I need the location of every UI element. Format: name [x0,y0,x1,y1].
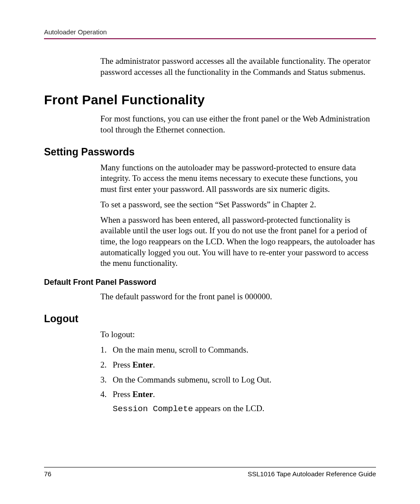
section3-p1: The default password for the front panel… [100,291,376,302]
step-2-key: Enter [133,360,153,369]
step-2: Press Enter. [100,359,376,371]
step-2-pre: Press [113,360,133,369]
running-header: Autoloader Operation [44,28,376,39]
logout-steps: On the main menu, scroll to Commands. Pr… [100,344,376,400]
step-4-pre: Press [113,390,133,399]
logout-result-tail: appears on the LCD. [193,404,264,413]
header-text: Autoloader Operation [44,28,107,36]
section2-p3: When a password has been entered, all pa… [100,215,376,269]
page-footer: 76 SSL1016 Tape Autoloader Reference Gui… [44,467,376,478]
section1-p1: For most functions, you can use either t… [100,114,376,135]
logout-result: Session Complete appears on the LCD. [113,404,376,414]
step-2-post: . [153,360,155,369]
section3-body: The default password for the front panel… [100,291,376,302]
intro-block: The administrator password accesses all … [100,56,376,77]
step-4-post: . [153,390,155,399]
section2-p1: Many functions on the autoloader may be … [100,162,376,195]
heading-logout: Logout [44,313,376,325]
step-4-key: Enter [133,390,153,399]
heading-default-front-panel-password: Default Front Panel Password [44,278,376,287]
intro-paragraph: The administrator password accesses all … [100,56,376,77]
heading-setting-passwords: Setting Passwords [44,146,376,158]
section4-intro: To logout: [100,329,376,340]
step-1: On the main menu, scroll to Commands. [100,344,376,356]
step-3: On the Commands submenu, scroll to Log O… [100,374,376,386]
doc-title: SSL1016 Tape Autoloader Reference Guide [247,470,376,478]
step-1-text: On the main menu, scroll to Commands. [113,345,248,354]
logout-result-mono: Session Complete [113,404,193,414]
section2-body: Many functions on the autoloader may be … [100,162,376,269]
step-3-text: On the Commands submenu, scroll to Log O… [113,375,271,384]
section4-p1: To logout: [100,329,376,340]
page-number: 76 [44,470,52,478]
step-4: Press Enter. [100,389,376,400]
section2-p2: To set a password, see the section “Set … [100,199,376,210]
heading-front-panel-functionality: Front Panel Functionality [44,92,376,107]
section1-body: For most functions, you can use either t… [100,114,376,135]
